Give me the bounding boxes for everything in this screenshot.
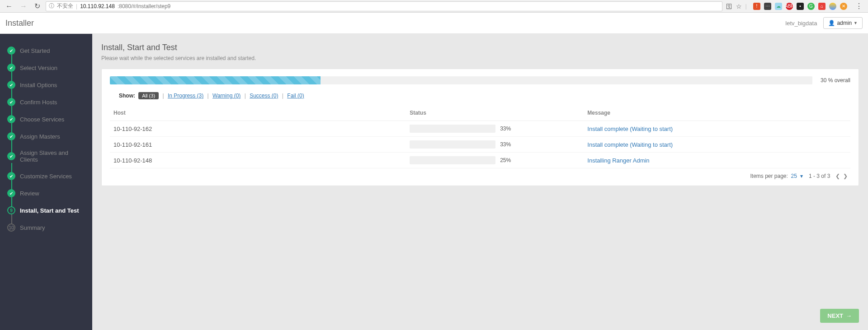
ext-icon-5[interactable]: ▪ bbox=[797, 3, 804, 10]
status-cell: 33% bbox=[406, 137, 584, 153]
step-label: Review bbox=[20, 190, 39, 197]
step-label: Confirm Hosts bbox=[20, 99, 57, 106]
col-message[interactable]: Message bbox=[584, 105, 850, 121]
table-row: 10-110-92-14825%Installing Ranger Admin bbox=[110, 153, 850, 168]
step-get-started[interactable]: ✔Get Started bbox=[0, 42, 92, 59]
step-number-icon: 10 bbox=[7, 223, 15, 232]
check-icon: ✔ bbox=[7, 98, 15, 106]
items-per-page-select[interactable]: 25 ▾ bbox=[791, 173, 803, 179]
page-subtitle: Please wait while the selected services … bbox=[101, 55, 859, 61]
message-link[interactable]: Install complete (Waiting to start) bbox=[587, 141, 673, 148]
main-content: Install, Start and Test Please wait whil… bbox=[92, 34, 868, 330]
url-host: 10.110.92.148 bbox=[80, 3, 115, 9]
overall-progress-fill bbox=[110, 76, 321, 84]
filter-warning[interactable]: Warning (0) bbox=[212, 93, 241, 99]
filter-all[interactable]: All (3) bbox=[138, 92, 159, 99]
next-button[interactable]: NEXT → bbox=[820, 309, 859, 323]
message-cell: Install complete (Waiting to start) bbox=[584, 121, 850, 137]
next-label: NEXT bbox=[827, 312, 843, 319]
filters-label: Show: bbox=[119, 93, 135, 99]
ext-icon-8[interactable] bbox=[829, 3, 836, 10]
host-progress-text: 25% bbox=[500, 157, 511, 163]
col-status[interactable]: Status bbox=[406, 105, 584, 121]
step-label: Choose Services bbox=[20, 116, 64, 123]
ext-icon-2[interactable]: ⋯ bbox=[764, 3, 771, 10]
step-customize-services[interactable]: ✔Customize Services bbox=[0, 167, 92, 185]
app-header: Installer letv_bigdata 👤 admin ▼ bbox=[0, 13, 868, 34]
ext-icon-1[interactable]: ! bbox=[753, 3, 760, 10]
pagination: Items per page: 25 ▾ 1 - 3 of 3 ❮ ❯ bbox=[110, 168, 850, 181]
cluster-name: letv_bigdata bbox=[785, 20, 817, 27]
filter-in-progress[interactable]: In Progress (3) bbox=[168, 93, 203, 99]
step-choose-services[interactable]: ✔Choose Services bbox=[0, 111, 92, 128]
overall-progress-bar bbox=[110, 76, 812, 84]
key-icon[interactable]: ⚿ bbox=[726, 3, 732, 10]
adblock-icon[interactable]: ABP bbox=[786, 3, 793, 10]
step-label: Assign Slaves and Clients bbox=[20, 149, 85, 163]
items-per-page-value: 25 bbox=[791, 173, 797, 179]
message-link[interactable]: Install complete (Waiting to start) bbox=[587, 125, 673, 132]
check-icon: ✔ bbox=[7, 132, 15, 140]
progress-panel: 30 % overall Show: All (3) | In Progress… bbox=[101, 69, 859, 186]
back-button[interactable]: ← bbox=[4, 2, 14, 10]
wizard-sidebar: ✔Get Started ✔Select Version ✔Install Op… bbox=[0, 34, 92, 330]
hosts-table: Host Status Message 10-110-92-16233%Inst… bbox=[110, 105, 850, 168]
reload-button[interactable]: ↻ bbox=[33, 2, 42, 10]
info-icon: ⓘ bbox=[49, 2, 54, 10]
admin-dropdown[interactable]: 👤 admin ▼ bbox=[823, 17, 863, 29]
step-label: Customize Services bbox=[20, 173, 72, 180]
page-title: Install, Start and Test bbox=[101, 43, 859, 52]
host-progress-bar bbox=[410, 140, 495, 149]
check-icon: ✔ bbox=[7, 46, 15, 55]
step-assign-masters[interactable]: ✔Assign Masters bbox=[0, 128, 92, 145]
ext-icon-7[interactable]: ⌂ bbox=[818, 3, 826, 10]
arrow-right-icon: → bbox=[846, 312, 852, 319]
step-review[interactable]: ✔Review bbox=[0, 185, 92, 202]
step-install-start-test[interactable]: 9Install, Start and Test bbox=[0, 202, 92, 219]
step-install-options[interactable]: ✔Install Options bbox=[0, 76, 92, 93]
ext-icon-3[interactable]: ☁ bbox=[775, 3, 782, 10]
step-label: Install, Start and Test bbox=[20, 207, 79, 214]
overall-progress-text: 30 % overall bbox=[821, 77, 850, 84]
step-label: Get Started bbox=[20, 47, 50, 54]
app-title: Installer bbox=[5, 19, 34, 28]
page-next-icon[interactable]: ❯ bbox=[843, 173, 849, 179]
message-cell: Install complete (Waiting to start) bbox=[584, 137, 850, 153]
admin-label: admin bbox=[837, 20, 852, 26]
step-label: Select Version bbox=[20, 65, 57, 71]
message-link[interactable]: Installing Ranger Admin bbox=[587, 157, 649, 164]
step-label: Summary bbox=[20, 224, 45, 231]
extension-icons: ! ⋯ ☁ ABP ▪ G ⌂ ✕ bbox=[750, 3, 850, 10]
step-assign-slaves[interactable]: ✔Assign Slaves and Clients bbox=[0, 145, 92, 167]
filter-fail[interactable]: Fail (0) bbox=[287, 93, 304, 99]
step-number-icon: 9 bbox=[7, 206, 15, 214]
check-icon: ✔ bbox=[7, 64, 15, 72]
step-select-version[interactable]: ✔Select Version bbox=[0, 59, 92, 76]
col-host[interactable]: Host bbox=[110, 105, 406, 121]
table-row: 10-110-92-16233%Install complete (Waitin… bbox=[110, 121, 850, 137]
host-progress-text: 33% bbox=[500, 141, 511, 148]
check-icon: ✔ bbox=[7, 172, 15, 180]
ext-icon-6[interactable]: G bbox=[807, 3, 815, 10]
user-icon: 👤 bbox=[828, 20, 835, 26]
bookmark-star-icon[interactable]: ☆ bbox=[736, 3, 742, 10]
step-confirm-hosts[interactable]: ✔Confirm Hosts bbox=[0, 93, 92, 111]
check-icon: ✔ bbox=[7, 189, 15, 197]
page-prev-icon[interactable]: ❮ bbox=[835, 173, 841, 179]
forward-button[interactable]: → bbox=[18, 2, 29, 10]
browser-toolbar: ← → ↻ ⓘ 不安全 | 10.110.92.148:8080/#/insta… bbox=[0, 0, 868, 13]
check-icon: ✔ bbox=[7, 81, 15, 89]
filter-success[interactable]: Success (0) bbox=[250, 93, 278, 99]
browser-menu-icon[interactable]: ⋮ bbox=[854, 2, 864, 10]
url-bar[interactable]: ⓘ 不安全 | 10.110.92.148:8080/#/installer/s… bbox=[46, 1, 722, 11]
ext-icon-9[interactable]: ✕ bbox=[840, 3, 847, 10]
status-cell: 25% bbox=[406, 153, 584, 168]
check-icon: ✔ bbox=[7, 152, 15, 160]
host-progress-text: 33% bbox=[500, 125, 511, 132]
check-icon: ✔ bbox=[7, 115, 15, 123]
url-path: :8080/#/installer/step9 bbox=[118, 3, 170, 9]
step-summary: 10Summary bbox=[0, 219, 92, 236]
step-label: Install Options bbox=[20, 82, 57, 88]
host-progress-bar bbox=[410, 125, 495, 133]
message-cell: Installing Ranger Admin bbox=[584, 153, 850, 168]
